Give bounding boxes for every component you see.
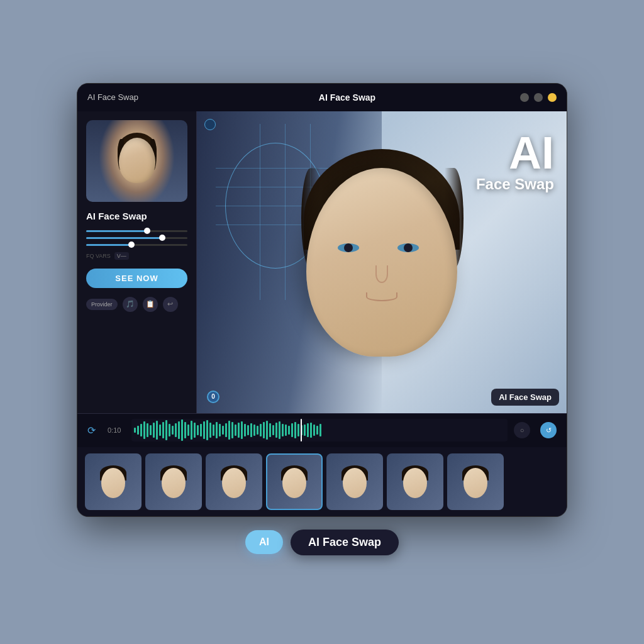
preview-badge: AI Face Swap [491, 389, 559, 406]
mouth [366, 292, 397, 301]
info-icon[interactable] [520, 93, 529, 102]
mini-face-7 [460, 463, 491, 501]
waveform-bar [285, 425, 287, 436]
waveform-bar [178, 421, 180, 439]
close-icon[interactable] [548, 93, 557, 102]
waveform-bar [147, 423, 148, 437]
waveform-bar [310, 423, 312, 438]
waveform-bar [257, 426, 258, 435]
mini-oval-7 [464, 468, 487, 498]
slider-thumb-3[interactable] [128, 242, 135, 248]
slider-track-1[interactable] [86, 230, 187, 232]
left-eye [338, 243, 359, 252]
sound-icon[interactable] [534, 93, 543, 102]
waveform-bar [200, 424, 202, 436]
waveform-bar [153, 423, 155, 438]
mini-face-1 [97, 463, 129, 501]
filmstrip [77, 447, 567, 516]
audio-icon-btn[interactable]: 🎵 [123, 297, 138, 312]
slider-fill-1 [86, 230, 147, 232]
undo-icon-btn[interactable]: ↩ [163, 297, 178, 312]
face-label: AI Face Swap [86, 211, 187, 221]
param-value: V— [114, 252, 129, 260]
waveform-bar [313, 425, 315, 436]
film-frame-5[interactable] [326, 453, 383, 510]
indicator-dot: 0 [207, 391, 219, 403]
nose [375, 265, 388, 283]
mini-oval-1 [101, 468, 125, 498]
waveform-bar [304, 425, 306, 436]
see-now-button[interactable]: SEE NOW [86, 269, 187, 288]
film-frame-face-3 [206, 453, 262, 510]
waveform-bar [206, 420, 208, 440]
slider-row-3[interactable] [86, 244, 187, 246]
timeline-sync-icon[interactable]: ⟳ [87, 425, 101, 436]
mini-oval-2 [162, 468, 186, 498]
timeline-active-btn[interactable]: ↺ [540, 422, 557, 438]
bottom-ai-button[interactable]: AI [245, 530, 283, 554]
film-frame-face-1 [85, 453, 142, 510]
waveform-bar [275, 423, 277, 438]
ai-text-overlay: AI Face Swap [476, 130, 554, 193]
waveform-bar [203, 421, 205, 439]
slider-track-3[interactable] [86, 244, 187, 246]
waveform-bar [279, 421, 280, 439]
mini-face-5 [339, 463, 370, 501]
waveform-bar [282, 424, 284, 436]
slider-row-2[interactable] [86, 237, 187, 239]
waveform-playhead[interactable] [301, 419, 302, 441]
waveform-bar [219, 424, 221, 436]
waveform-bar [169, 424, 170, 436]
waveform-bar [244, 424, 246, 436]
mini-face-4 [279, 463, 310, 501]
film-frame-1[interactable] [85, 453, 142, 510]
clipboard-icon-btn[interactable]: 📋 [143, 297, 158, 312]
film-frame-3[interactable] [206, 453, 262, 510]
film-frame-2[interactable] [145, 453, 202, 510]
film-frame-6[interactable] [387, 453, 443, 510]
bottom-app-name-button[interactable]: AI Face Swap [291, 530, 399, 555]
waveform-bar [228, 421, 230, 440]
preview-image: AI Face Swap AI Face Swap 0 [197, 111, 567, 413]
mini-oval-5 [343, 468, 367, 498]
provider-button[interactable]: Provider [86, 299, 118, 310]
waveform-bar [184, 422, 186, 438]
preview-indicator-dot [204, 119, 216, 130]
waveform-container[interactable] [131, 419, 508, 441]
waveform-bar [187, 425, 189, 436]
waveform-bar [307, 423, 309, 437]
params-row: FQ VARS V— [86, 252, 187, 260]
waveform-bar [288, 426, 290, 435]
waveform-bar [319, 424, 321, 436]
bottom-panel-controls: Provider 🎵 📋 ↩ [86, 297, 187, 312]
main-content: AI Face Swap [77, 111, 567, 413]
film-frame-face-7 [447, 453, 504, 510]
waveform-bar [150, 425, 152, 435]
film-frame-7[interactable] [447, 453, 504, 510]
slider-row-1[interactable] [86, 230, 187, 232]
face-preview-image [86, 120, 187, 202]
film-frame-4[interactable] [266, 453, 323, 510]
slider-track-2[interactable] [86, 237, 187, 239]
film-frame-face-4 [267, 455, 321, 509]
waveform-bar [263, 422, 265, 438]
waveform-bar [209, 423, 211, 438]
slider-thumb-2[interactable] [159, 235, 165, 241]
waveform-bar [316, 426, 318, 435]
face-preview [86, 120, 187, 202]
waveform-bar [216, 422, 218, 438]
timeline-area: ⟳ 0:10 ○ ↺ [77, 413, 567, 447]
waveform-bar [241, 421, 243, 439]
waveform-bar [181, 419, 183, 441]
mini-face-6 [399, 463, 431, 501]
waveform-bar [231, 422, 233, 438]
timeline-circle-1[interactable]: ○ [514, 422, 530, 438]
waveform-bar [213, 425, 214, 436]
slider-fill-2 [86, 237, 162, 239]
waveform-bar [253, 425, 255, 436]
left-panel: AI Face Swap [77, 111, 197, 413]
slider-thumb-1[interactable] [144, 228, 150, 234]
slider-group [86, 230, 187, 246]
film-frame-face-6 [387, 453, 443, 510]
window-controls [506, 93, 557, 102]
